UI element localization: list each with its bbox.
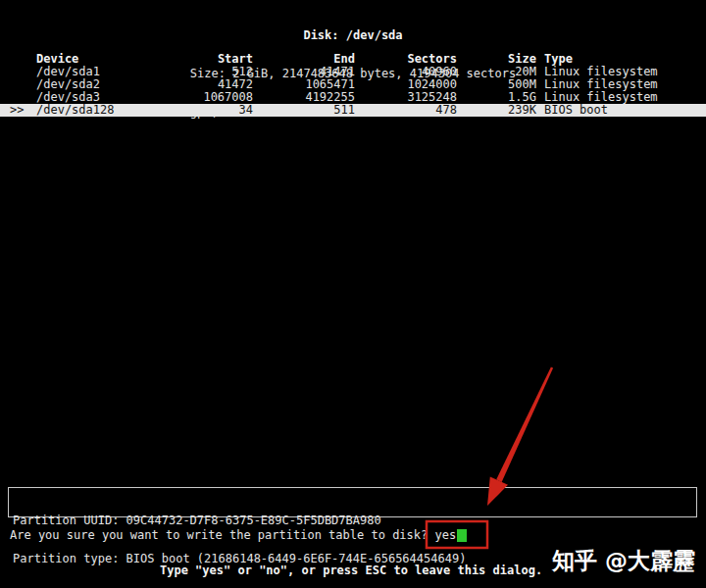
device-cell: /dev/sda128 <box>36 103 114 117</box>
sectors-cell: 478 <box>355 104 457 117</box>
partition-uuid-line: Partition UUID: 09C44732-D7F8-6375-E89C-… <box>13 514 696 527</box>
device-cell: /dev/sda2 <box>36 77 100 91</box>
dialog-help-line: Type "yes" or "no", or press ESC to leav… <box>160 564 542 577</box>
zhihu-watermark: 知乎 @大霹靂 <box>552 546 704 575</box>
partition-info-box: Partition UUID: 09C44732-D7F8-6375-E89C-… <box>8 487 697 517</box>
start-cell: 34 <box>186 104 253 117</box>
partition-table: Device Start End Sectors Size Type /dev/… <box>0 53 706 117</box>
disk-title: Disk: /dev/sda <box>0 29 706 42</box>
prompt-question: Are you sure you want to write the parti… <box>10 528 434 542</box>
prompt-answer-input[interactable]: yes <box>434 528 456 542</box>
device-cell: /dev/sda1 <box>36 65 100 78</box>
end-cell: 511 <box>253 104 355 117</box>
annotation-arrow-shaft-icon <box>496 368 553 482</box>
size-cell: 239K <box>457 104 536 117</box>
write-confirmation-prompt: Are you sure you want to write the parti… <box>10 529 467 542</box>
selection-marker: >> <box>10 104 24 117</box>
cfdisk-terminal: Disk: /dev/sda Size: 2 GiB, 2147483648 b… <box>0 0 706 588</box>
terminal-cursor <box>457 529 467 542</box>
device-cell: /dev/sda3 <box>36 90 100 104</box>
type-cell: BIOS boot <box>536 104 706 117</box>
partition-row-sda128-selected[interactable]: >>/dev/sda128 34 511 478 239K BIOS boot <box>0 104 706 117</box>
